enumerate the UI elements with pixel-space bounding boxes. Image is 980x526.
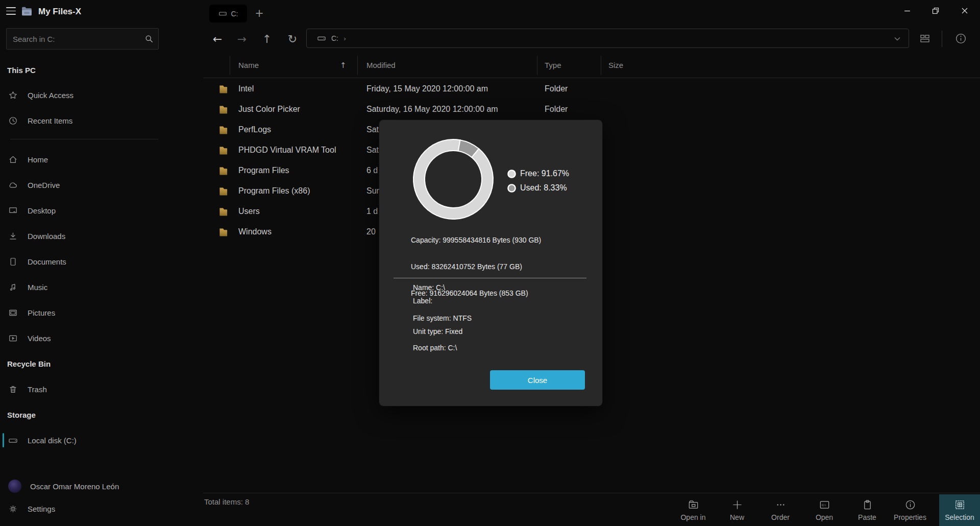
info-button[interactable]: [954, 32, 967, 45]
toolbar-button-paste[interactable]: Paste: [847, 494, 888, 526]
tab-label: C:: [231, 10, 238, 18]
sidebar-item-user-account[interactable]: Oscar Omar Moreno León: [0, 476, 162, 496]
sidebar-item-quick-access[interactable]: Quick Access: [0, 85, 162, 105]
sidebar-item-label: Desktop: [28, 206, 56, 215]
sidebar-item-label: Local disk (C:): [28, 436, 77, 445]
file-name: PerfLogs: [238, 125, 271, 134]
dialog-divider: [394, 278, 586, 278]
stat-used: Used: 83262410752 Bytes (77 GB): [411, 262, 522, 271]
plus-icon: [731, 499, 743, 511]
toolbar-button-label: Selection: [945, 513, 974, 521]
minimize-button[interactable]: [899, 4, 915, 17]
folder-icon: [218, 125, 228, 135]
sidebar-item-label: Music: [28, 283, 47, 292]
toolbar-button-label: Paste: [858, 513, 876, 521]
sidebar-item-recent-items[interactable]: Recent Items: [0, 110, 162, 131]
file-modified: Friday, 15 May 2020 12:00:00 am: [366, 84, 488, 93]
column-divider: [357, 56, 358, 75]
legend-free: Free: 91.67%: [507, 168, 569, 179]
folder-icon: [218, 105, 228, 115]
user-name: Oscar Omar Moreno León: [30, 482, 119, 491]
tab-c-drive[interactable]: C:: [209, 5, 247, 22]
restore-icon: [932, 7, 939, 14]
sidebar-item-label: Trash: [28, 385, 47, 394]
clipboard-icon: [862, 499, 873, 511]
sidebar-item-label: Quick Access: [28, 91, 74, 100]
open-in-folder-icon: [688, 499, 699, 511]
file-modified: Sat: [366, 146, 379, 155]
sidebar-item-music[interactable]: Music: [0, 277, 162, 297]
download-icon: [8, 231, 18, 241]
app-title: My Files-X: [38, 7, 81, 17]
file-name: Windows: [238, 227, 272, 236]
up-icon: ↑: [262, 33, 272, 45]
folder-icon: [218, 146, 228, 156]
file-list-header: Name ↑ Modified Type Size: [203, 54, 980, 78]
sidebar-item-label: Home: [28, 155, 48, 164]
sidebar-item-local-disk-c[interactable]: Local disk (C:): [0, 430, 162, 450]
desktop-icon: [8, 206, 18, 216]
toolbar-button-label: Properties: [894, 513, 926, 521]
new-tab-button[interactable]: +: [253, 6, 266, 21]
column-header-modified[interactable]: Modified: [366, 61, 396, 69]
column-header-type[interactable]: Type: [545, 61, 561, 69]
sidebar-item-videos[interactable]: Videos: [0, 328, 162, 348]
sidebar-item-onedrive[interactable]: OneDrive: [0, 175, 162, 195]
drive-icon: [8, 436, 18, 445]
breadcrumb-separator: ›: [344, 35, 346, 42]
toolbar-button-label: Open: [816, 513, 833, 521]
chevron-down-icon[interactable]: [893, 36, 901, 42]
picture-icon: [8, 308, 18, 318]
refresh-icon: ↻: [288, 33, 297, 45]
search-box: [6, 28, 159, 50]
up-button[interactable]: ↑: [258, 30, 276, 48]
close-window-button[interactable]: [957, 4, 972, 17]
app-window: My Files-X C: + ← → ↑ ↻: [0, 0, 980, 526]
file-name: Just Color Picker: [238, 105, 300, 114]
drive-icon: [317, 34, 326, 43]
column-header-name[interactable]: Name: [238, 61, 259, 69]
refresh-button[interactable]: ↻: [283, 30, 302, 48]
sidebar-item-settings[interactable]: Settings: [0, 498, 162, 519]
sidebar-item-trash[interactable]: Trash: [0, 379, 162, 399]
close-dialog-button[interactable]: Close: [490, 370, 585, 390]
document-icon: [8, 257, 18, 267]
hamburger-menu-icon[interactable]: [6, 7, 16, 15]
file-modified: Sat: [366, 125, 379, 134]
close-icon: [961, 7, 968, 14]
sidebar-item-documents[interactable]: Documents: [0, 251, 162, 272]
back-icon: ←: [213, 33, 222, 45]
titlebar: My Files-X C: +: [0, 0, 980, 23]
address-bar[interactable]: C: ›: [306, 29, 909, 48]
file-name: Program Files: [238, 166, 289, 175]
toolbar-button-selection[interactable]: Selection: [939, 494, 980, 526]
file-row-just-color-picker[interactable]: Just Color Picker Saturday, 16 May 2020 …: [203, 100, 980, 120]
breadcrumb-drive[interactable]: C:: [331, 34, 338, 42]
toolbar-button-open[interactable]: C:\ Open: [804, 494, 845, 526]
section-header-recycle-bin: Recycle Bin: [7, 357, 155, 370]
sort-ascending-icon: ↑: [340, 61, 347, 70]
sidebar-item-label: Settings: [28, 505, 55, 513]
star-icon: [8, 90, 18, 100]
column-divider: [230, 56, 230, 75]
toolbar-button-properties[interactable]: Properties: [890, 494, 930, 526]
forward-icon: →: [237, 33, 247, 45]
sidebar-item-home[interactable]: Home: [0, 149, 162, 170]
file-type: Folder: [545, 84, 568, 93]
toolbar-button-new[interactable]: New: [717, 494, 757, 526]
file-row-intel[interactable]: Intel Friday, 15 May 2020 12:00:00 am Fo…: [203, 79, 980, 100]
view-layout-button[interactable]: [919, 33, 931, 45]
sidebar-item-pictures[interactable]: Pictures: [0, 302, 162, 323]
toolbar-button-open-in[interactable]: Open in: [673, 494, 714, 526]
music-note-icon: [8, 282, 18, 292]
toolbar-button-order[interactable]: Order: [760, 494, 801, 526]
file-modified: 6 d: [366, 166, 378, 175]
maximize-restore-button[interactable]: [928, 4, 943, 17]
sidebar-item-desktop[interactable]: Desktop: [0, 200, 162, 221]
sidebar-item-downloads[interactable]: Downloads: [0, 226, 162, 246]
back-button[interactable]: ←: [208, 30, 227, 48]
forward-button[interactable]: →: [233, 30, 251, 48]
search-input[interactable]: [7, 29, 158, 49]
sidebar-item-label: Documents: [28, 257, 66, 266]
column-header-size[interactable]: Size: [608, 61, 623, 69]
